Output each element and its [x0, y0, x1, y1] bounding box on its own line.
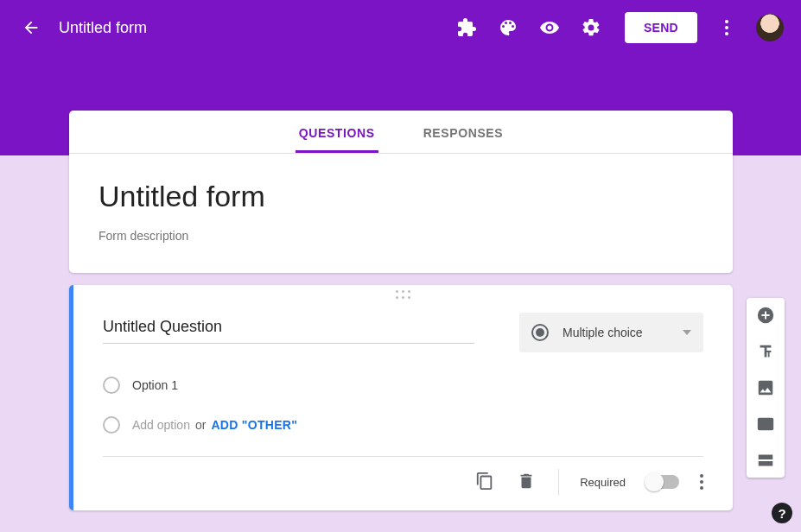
help-button[interactable]: ? [772, 503, 792, 523]
image-icon [756, 378, 775, 397]
settings-button[interactable] [580, 16, 602, 39]
addons-button[interactable] [455, 16, 478, 39]
add-title-button[interactable] [755, 341, 776, 362]
tab-responses[interactable]: RESPONSES [420, 114, 507, 153]
add-video-button[interactable] [755, 414, 776, 434]
preview-button[interactable] [538, 16, 561, 39]
radio-icon [531, 324, 549, 341]
add-other-button[interactable]: ADD "OTHER" [211, 418, 297, 432]
or-text: or [195, 418, 206, 432]
tabs-bar: QUESTIONS RESPONSES [69, 114, 733, 154]
drag-handle[interactable] [396, 290, 411, 300]
add-section-button[interactable] [755, 450, 776, 471]
form-description-input[interactable] [99, 229, 703, 243]
gear-icon [581, 17, 601, 38]
question-card[interactable]: Multiple choice Option 1 Add option or A… [69, 285, 733, 510]
delete-button[interactable] [517, 472, 537, 492]
question-type-label: Multiple choice [563, 326, 683, 339]
tab-questions[interactable]: QUESTIONS [296, 114, 378, 153]
trash-icon [517, 472, 536, 491]
duplicate-button[interactable] [475, 472, 496, 492]
header-more-button[interactable] [716, 20, 737, 35]
required-label: Required [580, 476, 626, 489]
more-vert-icon [700, 474, 703, 478]
header-form-title[interactable]: Untitled form [59, 19, 147, 37]
account-avatar[interactable] [756, 14, 784, 41]
question-title-input[interactable] [103, 313, 474, 344]
video-icon [756, 415, 775, 434]
add-image-button[interactable] [755, 377, 776, 398]
palette-icon [498, 17, 518, 38]
title-card: QUESTIONS RESPONSES [69, 111, 733, 273]
add-option-row: Add option or ADD "OTHER" [103, 416, 703, 434]
more-vert-icon [725, 20, 728, 23]
option-row[interactable]: Option 1 [103, 377, 703, 394]
form-title-input[interactable] [99, 180, 703, 213]
question-more-button[interactable] [700, 474, 703, 490]
eye-icon [539, 17, 560, 38]
add-question-button[interactable] [755, 305, 776, 326]
option-radio-icon [103, 377, 120, 394]
side-toolbar [747, 298, 785, 478]
options-list: Option 1 Add option or ADD "OTHER" [103, 377, 703, 434]
option-label[interactable]: Option 1 [132, 378, 178, 392]
add-option-text[interactable]: Add option [132, 418, 190, 432]
question-footer: Required [103, 456, 703, 495]
back-button[interactable] [17, 14, 45, 41]
copy-icon [475, 472, 494, 491]
required-toggle[interactable] [646, 475, 679, 489]
plus-circle-icon [756, 306, 775, 325]
chevron-down-icon [683, 330, 691, 335]
send-button[interactable]: SEND [625, 12, 697, 43]
question-type-selector[interactable]: Multiple choice [519, 313, 703, 352]
text-icon [756, 342, 775, 361]
theme-button[interactable] [497, 16, 519, 39]
section-icon [756, 451, 775, 470]
main-content: QUESTIONS RESPONSES Multiple choice Opti… [69, 111, 733, 510]
puzzle-icon [456, 17, 477, 38]
arrow-left-icon [22, 18, 41, 37]
option-radio-icon [103, 416, 120, 434]
footer-divider [558, 469, 559, 495]
